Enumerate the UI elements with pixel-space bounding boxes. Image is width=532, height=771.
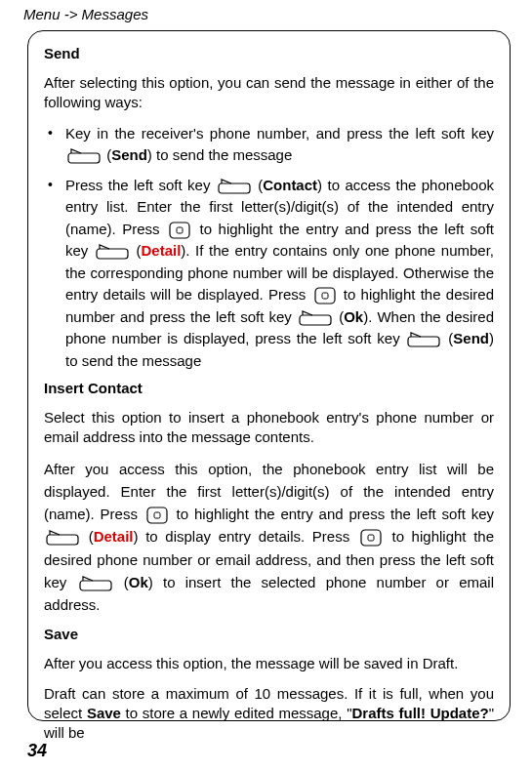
- svg-rect-7: [300, 315, 331, 325]
- svg-rect-13: [368, 535, 374, 541]
- send-label: Send: [453, 330, 489, 346]
- detail-label: Detail: [94, 528, 134, 545]
- left-soft-key-icon: [96, 244, 129, 260]
- svg-rect-1: [219, 183, 250, 193]
- svg-rect-8: [408, 337, 439, 346]
- svg-rect-0: [68, 153, 100, 163]
- section-title-save: Save: [44, 626, 494, 642]
- svg-rect-11: [47, 535, 78, 545]
- bullet-item-1: Key in the receiver's phone number, and …: [44, 123, 494, 167]
- save-p1: After you access this option, the messag…: [44, 654, 494, 673]
- text: to store a newly edited message, ": [121, 705, 352, 721]
- insert-p2: After you access this option, the phoneb…: [44, 458, 494, 617]
- svg-rect-3: [177, 227, 183, 233]
- breadcrumb: Menu -> Messages: [23, 6, 511, 22]
- send-intro: After selecting this option, you can sen…: [44, 73, 494, 113]
- nav-key-icon: [168, 221, 191, 240]
- svg-rect-10: [154, 512, 160, 518]
- svg-rect-9: [147, 507, 167, 523]
- svg-rect-14: [80, 581, 111, 590]
- nav-key-icon: [145, 506, 169, 525]
- left-soft-key-icon: [46, 530, 79, 546]
- detail-label: Detail: [142, 242, 182, 259]
- manual-page: Menu -> Messages Send After selecting th…: [0, 0, 532, 771]
- text: ) to display entry details. Press: [134, 528, 357, 545]
- ok-label: Ok: [344, 308, 363, 325]
- text: ) to send the message: [147, 146, 292, 163]
- left-soft-key-icon: [79, 576, 112, 591]
- text: (: [102, 146, 111, 163]
- text: Press the left soft key: [65, 177, 216, 193]
- left-soft-key-icon: [67, 148, 101, 164]
- svg-rect-2: [170, 223, 189, 238]
- left-soft-key-icon: [299, 310, 332, 326]
- nav-key-icon: [359, 528, 383, 548]
- left-soft-key-icon: [407, 332, 440, 347]
- nav-key-icon: [313, 286, 337, 305]
- text: Key in the receiver's phone number, and …: [65, 125, 494, 142]
- text: (: [442, 330, 453, 346]
- text: (: [253, 177, 263, 193]
- save-label: Save: [87, 705, 121, 721]
- drafts-full-msg: Drafts full! Update?: [351, 705, 488, 721]
- send-label: Send: [111, 146, 147, 163]
- text: (: [114, 574, 129, 590]
- text: (: [131, 242, 142, 259]
- insert-p1: Select this option to insert a phonebook…: [44, 408, 494, 448]
- svg-rect-4: [97, 249, 128, 259]
- page-number: 34: [27, 741, 47, 761]
- ok-label: Ok: [129, 574, 148, 590]
- contact-label: Contact: [263, 177, 317, 193]
- text: (: [334, 308, 344, 325]
- svg-rect-6: [322, 293, 328, 299]
- text: to highlight the entry and press the lef…: [171, 506, 494, 522]
- content-frame: Send After selecting this option, you ca…: [27, 30, 511, 721]
- section-title-insert: Insert Contact: [44, 380, 494, 396]
- bullet-item-2: Press the left soft key (Contact) to acc…: [44, 175, 494, 373]
- text: (: [81, 528, 94, 545]
- send-bullets: Key in the receiver's phone number, and …: [44, 123, 494, 373]
- left-soft-key-icon: [218, 179, 251, 194]
- section-title-send: Send: [44, 45, 494, 61]
- svg-rect-12: [361, 530, 381, 546]
- svg-rect-5: [315, 288, 335, 304]
- save-p2: Draft can store a maximum of 10 messages…: [44, 684, 494, 744]
